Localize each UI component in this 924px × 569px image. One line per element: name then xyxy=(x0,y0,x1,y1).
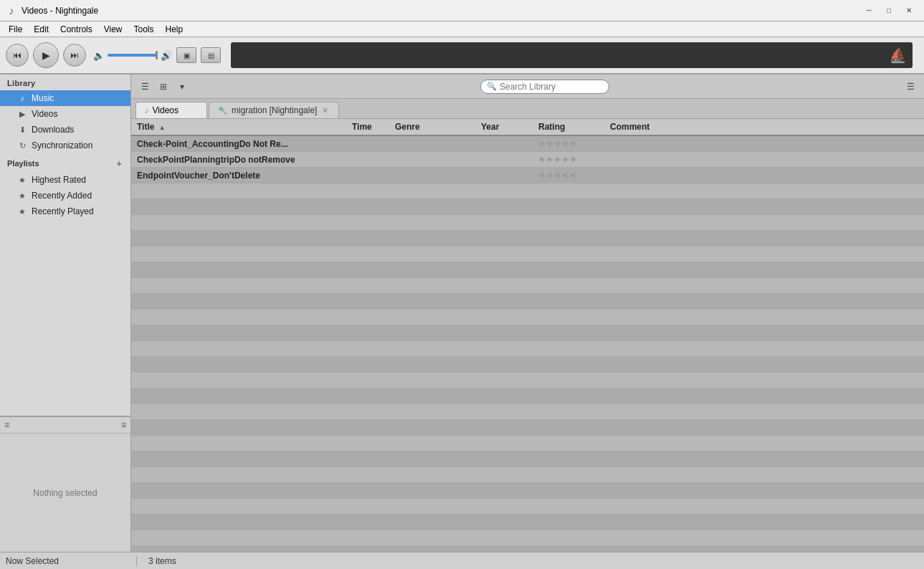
empty-row xyxy=(131,278,924,294)
star3: ★ xyxy=(554,171,561,179)
sidebar-bottom-controls: ≡ ≡ xyxy=(0,417,130,434)
sidebar-item-recently-played[interactable]: ★ Recently Played xyxy=(0,204,130,219)
star3: ★ xyxy=(554,140,561,148)
play-button[interactable]: ▶ xyxy=(33,42,59,68)
progress-bar[interactable]: ⛵ xyxy=(231,42,913,68)
sidebar-top: Library ♪ Music ▶ Videos ⬇ Downloads ↻ S… xyxy=(0,75,130,416)
nothing-selected-text: Nothing selected xyxy=(33,488,97,498)
sidebar-item-music-label: Music xyxy=(32,93,54,103)
sidebar-item-recently-played-label: Recently Played xyxy=(32,206,94,216)
col-header-genre[interactable]: Genre xyxy=(395,122,481,132)
empty-row xyxy=(131,231,924,247)
empty-row xyxy=(131,310,924,325)
recently-played-icon: ★ xyxy=(17,207,27,216)
sidebar-item-highest-rated-label: Highest Rated xyxy=(32,175,86,185)
menu-controls[interactable]: Controls xyxy=(54,23,98,36)
statusbar: Now Selected 3 items xyxy=(0,552,924,569)
empty-row xyxy=(131,467,924,483)
empty-row xyxy=(131,325,924,341)
track-title-2: CheckPointPlanningtripDo notRemove xyxy=(137,155,352,165)
star3: ★ xyxy=(554,156,561,163)
volume-low-icon: 🔈 xyxy=(93,50,105,61)
col-header-rating[interactable]: Rating xyxy=(538,122,610,132)
star2: ★ xyxy=(546,171,553,179)
maximize-button[interactable]: □ xyxy=(880,4,898,18)
star4: ★ xyxy=(562,156,568,163)
highest-rated-icon: ★ xyxy=(17,176,27,185)
sb-ctrl-icon-1[interactable]: ≡ xyxy=(4,420,9,430)
sidebar-item-synchronization[interactable]: ↻ Synchronization xyxy=(0,138,130,153)
recently-added-icon: ★ xyxy=(17,191,27,201)
view-options-icon[interactable]: ▾ xyxy=(174,79,190,95)
sidebar-item-downloads[interactable]: ⬇ Downloads xyxy=(0,122,130,138)
playlists-label: Playlists xyxy=(7,159,39,168)
star4: ★ xyxy=(562,140,568,148)
minimize-button[interactable]: ─ xyxy=(859,4,878,18)
view-list-icon[interactable]: ☰ xyxy=(137,79,153,95)
tab-videos-label: Videos xyxy=(153,105,178,115)
search-input[interactable] xyxy=(500,82,600,92)
star1: ★ xyxy=(538,156,545,163)
search-box: 🔍 xyxy=(480,80,609,94)
sidebar-toggle-icon[interactable]: ☰ xyxy=(902,79,918,95)
track-rating-2: ★ ★ ★ ★ ★ xyxy=(538,156,610,163)
empty-row xyxy=(131,404,924,420)
track-table: Title ▲ Time Genre Year Rating xyxy=(131,119,924,552)
empty-row xyxy=(131,357,924,373)
empty-row xyxy=(131,373,924,388)
titlebar: ♪ Videos - Nightingale ─ □ ✕ xyxy=(0,0,924,21)
tabs-bar: ♪ Videos 🔧 migration [Nightingale] ✕ xyxy=(131,99,924,119)
close-button[interactable]: ✕ xyxy=(900,4,918,18)
empty-row xyxy=(131,183,924,199)
col-header-year[interactable]: Year xyxy=(481,122,538,132)
sidebar-item-recently-added[interactable]: ★ Recently Added xyxy=(0,188,130,204)
empty-row xyxy=(131,451,924,467)
col-header-comment[interactable]: Comment xyxy=(610,122,918,132)
add-playlist-button[interactable]: + xyxy=(113,158,125,169)
empty-row xyxy=(131,436,924,451)
sidebar-item-music[interactable]: ♪ Music xyxy=(0,90,130,106)
sidebar-item-highest-rated[interactable]: ★ Highest Rated xyxy=(0,172,130,188)
tab-migration-close[interactable]: ✕ xyxy=(320,106,330,115)
sidebar-bottom-panel: ≡ ≡ Nothing selected xyxy=(0,416,130,552)
nightingale-logo: ⛵ xyxy=(889,47,907,64)
empty-row xyxy=(131,262,924,278)
empty-row xyxy=(131,215,924,231)
content-with-scroll: Title ▲ Time Genre Year Rating xyxy=(131,119,924,552)
prev-button[interactable]: ⏮ xyxy=(6,44,29,67)
track-row[interactable]: CheckPointPlanningtripDo notRemove ★ ★ ★… xyxy=(131,152,924,168)
mode-button-2[interactable]: ▤ xyxy=(201,47,221,63)
mode-button-1[interactable]: ▣ xyxy=(176,47,196,63)
tab-migration[interactable]: 🔧 migration [Nightingale] ✕ xyxy=(209,102,339,118)
track-title-1: Check-Point_AccountingDo Not Re... xyxy=(137,139,352,149)
col-header-title[interactable]: Title ▲ xyxy=(137,122,352,132)
menubar: File Edit Controls View Tools Help xyxy=(0,21,924,37)
search-icon[interactable]: 🔍 xyxy=(487,82,497,91)
empty-row xyxy=(131,341,924,357)
track-rating-1: ★ ★ ★ ★ ★ xyxy=(538,140,610,148)
volume-slider[interactable] xyxy=(108,54,158,57)
sort-arrow-title: ▲ xyxy=(159,124,166,131)
star1: ★ xyxy=(538,140,545,148)
menu-help[interactable]: Help xyxy=(160,23,189,36)
track-row[interactable]: Check-Point_AccountingDo Not Re... ★ ★ ★… xyxy=(131,136,924,152)
view-grid-icon[interactable]: ⊞ xyxy=(156,79,171,95)
next-button[interactable]: ⏭ xyxy=(63,44,86,67)
empty-row xyxy=(131,420,924,436)
tab-videos-icon: ♪ xyxy=(145,106,149,115)
sidebar-item-videos[interactable]: ▶ Videos xyxy=(0,106,130,122)
sb-ctrl-icon-2[interactable]: ≡ xyxy=(121,420,126,430)
empty-row xyxy=(131,388,924,404)
main-layout: Library ♪ Music ▶ Videos ⬇ Downloads ↻ S… xyxy=(0,75,924,552)
tab-videos[interactable]: ♪ Videos xyxy=(135,102,207,118)
col-header-time[interactable]: Time xyxy=(352,122,395,132)
star5: ★ xyxy=(570,171,576,179)
menu-tools[interactable]: Tools xyxy=(128,23,160,36)
content-area: ☰ ⊞ ▾ 🔍 ☰ ♪ Videos 🔧 migration [Nighting… xyxy=(131,75,924,552)
menu-view[interactable]: View xyxy=(98,23,128,36)
menu-edit[interactable]: Edit xyxy=(28,23,54,36)
empty-row xyxy=(131,515,924,530)
menu-file[interactable]: File xyxy=(3,23,28,36)
track-row[interactable]: EndpointVoucher_Don'tDelete ★ ★ ★ ★ ★ xyxy=(131,168,924,183)
app-icon: ♪ xyxy=(6,5,17,16)
